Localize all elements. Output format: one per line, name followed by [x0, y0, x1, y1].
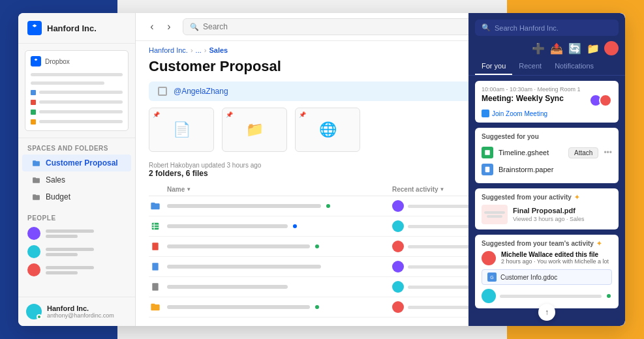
- activity-avatar-1: [392, 200, 404, 212]
- preview-card-1[interactable]: 📌 📄: [149, 108, 214, 152]
- team-line: [500, 295, 602, 298]
- breadcrumb-ellipsis[interactable]: ...: [196, 46, 202, 54]
- preview-card-3[interactable]: 📌 🌐: [295, 108, 360, 152]
- banner-mention: @AngelaZhang: [174, 87, 228, 96]
- doc-row-icon-4: [149, 260, 162, 273]
- join-zoom-row: Join Zoom Meeting: [482, 110, 612, 117]
- popup-content: 10:00am - 10:30am · Meeting Room 1 Meeti…: [468, 76, 625, 326]
- sidebar-item-label-budget: Budget: [46, 192, 70, 201]
- badge-dot-3: [314, 243, 320, 250]
- spaces-section-label: Spaces and folders: [18, 138, 135, 155]
- online-dot: [606, 293, 612, 299]
- team-av-2: [482, 289, 496, 303]
- tab-recent[interactable]: Recent: [512, 58, 548, 75]
- tab-notifications[interactable]: Notifications: [548, 58, 600, 75]
- popup-user-avatar[interactable]: [604, 41, 619, 55]
- row-name-1: [167, 203, 387, 209]
- suggestion-more-1[interactable]: •••: [604, 148, 612, 157]
- col-name: Name ▼: [167, 186, 387, 193]
- scroll-up-button[interactable]: ↑: [538, 304, 555, 321]
- sidebar-item-customer-proposal[interactable]: Customer Proposal: [22, 155, 131, 171]
- sidebar-item-budget[interactable]: Budget: [22, 188, 131, 205]
- folder-preview-icon-2: 📁: [246, 121, 264, 138]
- breadcrumb-root[interactable]: Hanford Inc.: [149, 46, 188, 54]
- activity-avatar-4: [392, 261, 404, 273]
- team-file-card[interactable]: G Customer Info.gdoc: [482, 269, 612, 285]
- preview-dropbox-icon: [31, 56, 41, 66]
- sparkle-icon-2: ✦: [596, 240, 602, 247]
- footer-name: Hanford Inc.: [47, 304, 114, 312]
- suggestion-header: Suggested for you: [482, 133, 612, 140]
- nav-arrows: ‹ ›: [145, 20, 176, 34]
- svg-rect-4: [152, 243, 158, 250]
- from-activity-section: Suggested from your activity ✦ Final Pro…: [475, 188, 619, 229]
- row-name-2: [167, 223, 387, 229]
- svg-rect-6: [152, 283, 158, 291]
- team-member-action: Michelle Wallace edited this file: [501, 251, 612, 258]
- sync-icon[interactable]: 🔄: [568, 41, 582, 55]
- tab-for-you[interactable]: For you: [475, 58, 512, 75]
- add-icon[interactable]: ➕: [531, 41, 545, 55]
- person-item-1[interactable]: [18, 224, 135, 243]
- meeting-av-2: [599, 94, 612, 107]
- sidebar-item-label-customer: Customer Proposal: [46, 158, 118, 168]
- activity-header: Suggested from your activity ✦: [482, 194, 612, 201]
- activity-item[interactable]: Final Proposal.pdf Viewed 3 hours ago · …: [482, 205, 612, 224]
- popup-search-bar: 🔍: [475, 20, 619, 36]
- folder-row-icon-1: [149, 199, 162, 213]
- suggested-for-you-section: Suggested for you Timeline.gsheet Attach…: [475, 128, 619, 183]
- svg-rect-8: [485, 167, 490, 172]
- sidebar-header: Hanford Inc.: [18, 13, 135, 44]
- svg-rect-7: [485, 150, 490, 155]
- paper-icon: [482, 164, 493, 175]
- person-line-3b: [46, 271, 78, 274]
- team-activity-item: Michelle Wallace edited this file 2 hour…: [482, 251, 612, 265]
- person-line-3a: [46, 266, 94, 269]
- search-bar: 🔍: [183, 18, 500, 35]
- suggestion-item-2[interactable]: Brainstorm.paper: [482, 161, 612, 178]
- activity-item-meta: Viewed 3 hours ago · Sales: [513, 216, 612, 222]
- person-line-2a: [46, 248, 94, 251]
- sidebar-item-sales[interactable]: Sales: [22, 171, 131, 188]
- preview-line-1: [31, 73, 123, 76]
- suggestion-name-2: Brainstorm.paper: [498, 166, 612, 173]
- globe-icon-3: 🌐: [319, 121, 337, 138]
- person-avatar-3: [27, 263, 40, 276]
- breadcrumb-sep1: ›: [191, 46, 193, 54]
- person-item-3[interactable]: [18, 261, 135, 279]
- folder-icon[interactable]: 📁: [586, 41, 600, 55]
- person-avatar-1: [27, 227, 40, 240]
- meeting-card: 10:00am - 10:30am · Meeting Room 1 Meeti…: [475, 81, 619, 123]
- banner-checkbox[interactable]: [158, 87, 167, 96]
- back-button[interactable]: ‹: [145, 20, 159, 34]
- person-line-2b: [46, 253, 78, 256]
- join-zoom-link[interactable]: Join Zoom Meeting: [492, 110, 547, 117]
- file-count: 2 folders, 6 files: [149, 169, 261, 178]
- company-name: Hanford Inc.: [47, 23, 97, 33]
- doc-row-icon-3: [149, 240, 162, 253]
- pin-icon-3: 📌: [299, 111, 306, 118]
- suggestion-item-1[interactable]: Timeline.gsheet Attach •••: [482, 144, 612, 161]
- attach-button-1[interactable]: Attach: [568, 147, 598, 158]
- sidebar: Hanford Inc. Dropbox: [18, 13, 136, 326]
- upload-icon[interactable]: 📤: [549, 41, 564, 55]
- badge-dot-1: [325, 203, 331, 209]
- preview-file-row-1: [31, 89, 123, 95]
- search-icon: 🔍: [190, 23, 199, 31]
- preview-card-2[interactable]: 📌 📁: [222, 108, 287, 152]
- folder-icon-customer: [31, 158, 40, 168]
- popup-search-input[interactable]: [495, 24, 612, 32]
- meeting-time: 10:00am - 10:30am · Meeting Room 1: [482, 86, 612, 93]
- pin-icon-2: 📌: [226, 111, 233, 118]
- footer-email: anthony@hanfordinc.com: [47, 312, 114, 319]
- team-activity-section: Suggested from your team's activity ✦ Mi…: [475, 235, 619, 308]
- sidebar-item-label-sales: Sales: [46, 175, 65, 184]
- activity-thumb: [482, 205, 508, 224]
- person-item-2[interactable]: [18, 243, 135, 261]
- search-input[interactable]: [203, 22, 493, 31]
- people-section-label: People: [18, 208, 135, 224]
- forward-button[interactable]: ›: [162, 20, 176, 34]
- sidebar-footer: Hanford Inc. anthony@hanfordinc.com: [18, 297, 135, 326]
- pin-icon-1: 📌: [153, 111, 160, 118]
- sparkle-icon: ✦: [574, 194, 579, 201]
